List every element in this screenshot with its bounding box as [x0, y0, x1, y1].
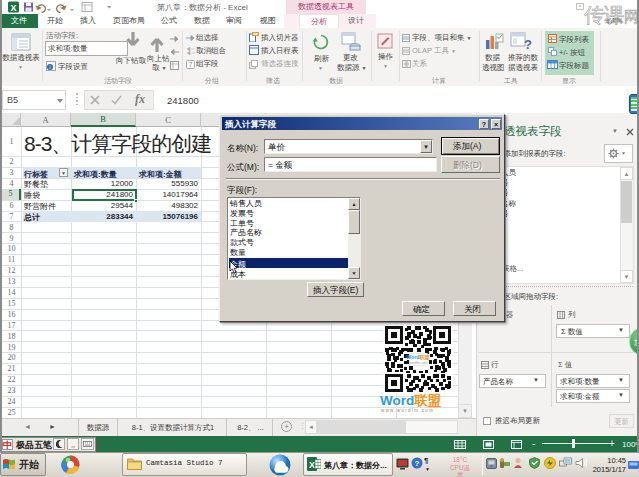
svg-text:7: 7 — [189, 61, 193, 68]
svg-text:X: X — [309, 460, 315, 470]
svg-text:X: X — [10, 3, 16, 13]
svg-text:?: ? — [415, 459, 420, 468]
svg-text:Word联盟: Word联盟 — [406, 354, 430, 361]
svg-text:i: i — [49, 64, 50, 70]
svg-text:wordlm.com: wordlm.com — [409, 361, 427, 365]
svg-text:?: ? — [524, 37, 532, 52]
